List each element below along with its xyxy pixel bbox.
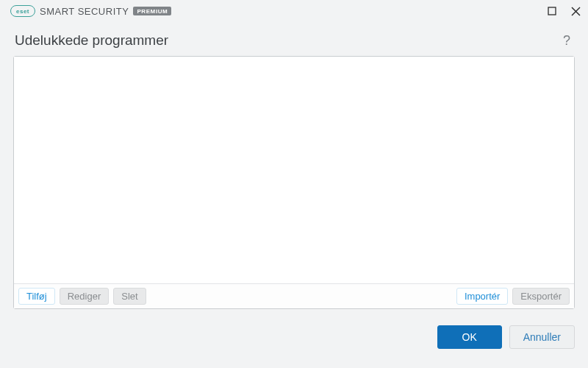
svg-rect-0 [548, 7, 556, 15]
window-controls [547, 6, 581, 16]
brand-product-name: SMART SECURITY [40, 6, 129, 17]
titlebar: eset SMART SECURITY PREMIUM [0, 0, 588, 22]
edit-button: Rediger [60, 288, 110, 305]
maximize-button[interactable] [547, 6, 557, 16]
exclusion-list[interactable] [14, 57, 574, 283]
footer: OK Annuller [0, 309, 588, 349]
page-title: Udelukkede programmer [15, 32, 168, 49]
brand-badge: PREMIUM [133, 7, 171, 15]
cancel-button[interactable]: Annuller [509, 325, 575, 349]
exclusion-list-panel: Tilføj Rediger Slet Importér Eksportér [13, 56, 575, 309]
brand: eset SMART SECURITY PREMIUM [10, 5, 171, 17]
export-button: Eksportér [512, 288, 570, 305]
delete-button: Slet [113, 288, 146, 305]
close-icon [571, 7, 581, 16]
panel-toolbar: Tilføj Rediger Slet Importér Eksportér [14, 283, 574, 308]
brand-logo-icon: eset [10, 5, 35, 17]
maximize-icon [548, 7, 556, 15]
add-button[interactable]: Tilføj [18, 288, 55, 305]
import-button[interactable]: Importér [456, 288, 508, 305]
header-row: Udelukkede programmer ? [0, 22, 588, 56]
ok-button[interactable]: OK [437, 325, 502, 349]
close-button[interactable] [570, 6, 581, 16]
help-button[interactable]: ? [560, 33, 573, 49]
